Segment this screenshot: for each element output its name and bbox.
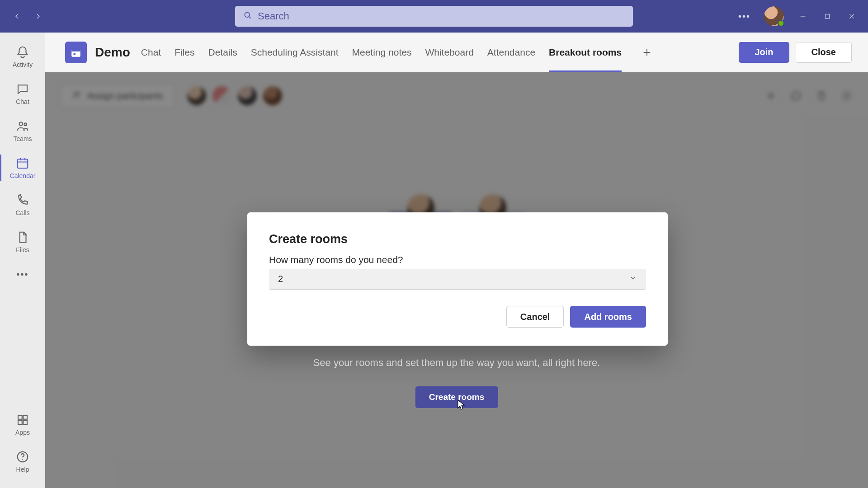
cancel-button[interactable]: Cancel xyxy=(506,306,564,328)
tab-meeting-notes[interactable]: Meeting notes xyxy=(352,33,412,72)
meeting-title: Demo xyxy=(95,45,130,60)
rail-label: Apps xyxy=(15,429,30,436)
search-input[interactable] xyxy=(258,10,625,22)
minimize-button[interactable] xyxy=(797,11,808,22)
rail-activity[interactable]: Activity xyxy=(0,38,45,75)
svg-point-0 xyxy=(245,12,250,17)
calendar-icon xyxy=(65,42,87,63)
rail-label: Files xyxy=(16,246,29,253)
user-avatar[interactable] xyxy=(764,6,784,26)
rail-calendar[interactable]: Calendar xyxy=(0,149,45,186)
svg-point-3 xyxy=(24,123,27,126)
rail-teams[interactable]: Teams xyxy=(0,112,45,149)
back-button[interactable] xyxy=(12,11,23,22)
svg-rect-5 xyxy=(18,415,22,419)
rail-files[interactable]: Files xyxy=(0,223,45,260)
dialog-prompt: How many rooms do you need? xyxy=(269,254,646,265)
search-box[interactable] xyxy=(235,6,633,27)
chevron-down-icon xyxy=(629,274,637,284)
rail-label: Calendar xyxy=(10,172,36,179)
app-rail: Activity Chat Teams Calendar Calls Files… xyxy=(0,33,45,488)
join-button[interactable]: Join xyxy=(739,42,789,63)
titlebar: ••• xyxy=(0,0,868,33)
rail-label: Teams xyxy=(13,135,32,142)
rail-help[interactable]: Help xyxy=(15,443,30,480)
close-window-button[interactable] xyxy=(846,11,857,22)
rail-label: Chat xyxy=(16,98,29,105)
rail-label: Activity xyxy=(13,61,33,68)
tab-chat[interactable]: Chat xyxy=(141,33,161,72)
add-tab-button[interactable] xyxy=(641,46,653,59)
rail-label: Calls xyxy=(15,209,29,216)
rail-chat[interactable]: Chat xyxy=(0,75,45,112)
add-rooms-button[interactable]: Add rooms xyxy=(570,306,646,328)
room-count-value: 2 xyxy=(278,274,283,284)
close-button[interactable]: Close xyxy=(796,42,852,63)
rail-more-icon[interactable]: ••• xyxy=(16,263,28,286)
tab-scheduling-assistant[interactable]: Scheduling Assistant xyxy=(251,33,339,72)
meeting-tabs: Chat Files Details Scheduling Assistant … xyxy=(141,33,653,72)
rail-apps[interactable]: Apps xyxy=(15,406,30,443)
svg-point-10 xyxy=(22,459,23,460)
svg-rect-4 xyxy=(18,159,28,168)
tab-attendance[interactable]: Attendance xyxy=(487,33,535,72)
search-icon xyxy=(243,11,258,22)
maximize-button[interactable] xyxy=(822,11,833,22)
meeting-header: Demo Chat Files Details Scheduling Assis… xyxy=(45,33,868,72)
dialog-title: Create rooms xyxy=(269,232,646,246)
tab-breakout-rooms[interactable]: Breakout rooms xyxy=(549,33,622,72)
create-rooms-dialog: Create rooms How many rooms do you need?… xyxy=(247,212,668,346)
tab-whiteboard[interactable]: Whiteboard xyxy=(425,33,473,72)
forward-button[interactable] xyxy=(33,11,43,22)
rail-calls[interactable]: Calls xyxy=(0,186,45,223)
presence-indicator xyxy=(778,20,784,27)
tab-files[interactable]: Files xyxy=(175,33,194,72)
svg-rect-6 xyxy=(23,415,27,419)
svg-rect-8 xyxy=(23,420,27,424)
settings-more-icon[interactable]: ••• xyxy=(738,11,750,22)
svg-point-2 xyxy=(19,122,23,126)
room-count-select[interactable]: 2 xyxy=(269,269,646,290)
tab-details[interactable]: Details xyxy=(208,33,237,72)
svg-rect-13 xyxy=(74,53,75,55)
svg-rect-12 xyxy=(71,49,80,51)
create-rooms-button-overlay[interactable]: Create rooms xyxy=(415,386,498,408)
svg-rect-1 xyxy=(825,14,829,18)
rail-label: Help xyxy=(16,466,29,473)
svg-rect-7 xyxy=(18,420,22,424)
